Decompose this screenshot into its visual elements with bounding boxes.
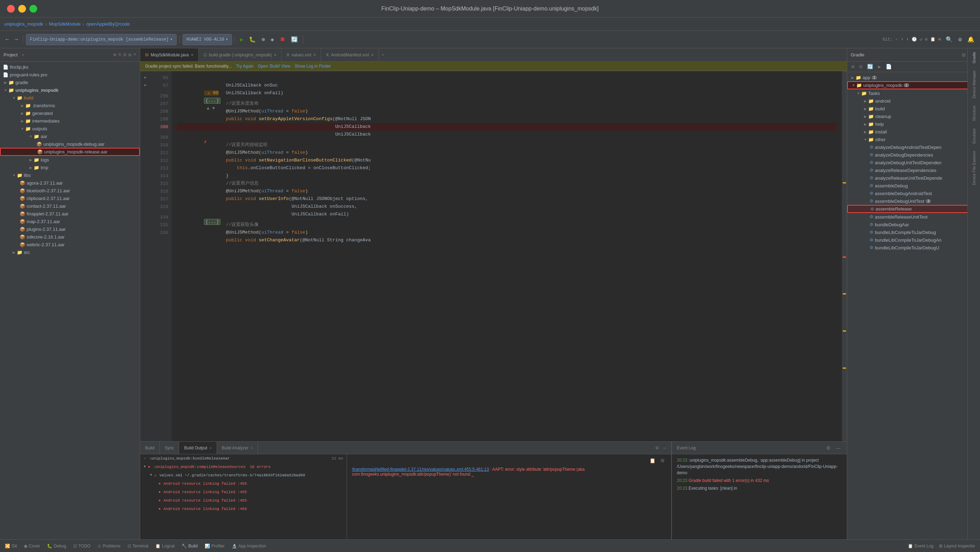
tab-close-icon[interactable]: × bbox=[209, 446, 212, 450]
status-profiler[interactable]: 📊 Profiler bbox=[205, 544, 225, 549]
fold-arrow[interactable]: ▶ bbox=[145, 74, 146, 82]
git-branch-icon[interactable]: ⬆ bbox=[901, 37, 903, 42]
tree-generated[interactable]: ▶ 📁 generated bbox=[0, 109, 140, 117]
gradle-item-app[interactable]: ▶ 📁 app 1 bbox=[847, 73, 980, 81]
tree-logs[interactable]: ▶ 📁 logs bbox=[0, 156, 140, 163]
maximize-button[interactable] bbox=[29, 5, 37, 13]
expand-arrow[interactable]: ▶ bbox=[28, 166, 33, 170]
tree-gradle-folder[interactable]: ▶ 📁 gradle bbox=[0, 78, 140, 86]
tab-mopsdk-java[interactable]: M MopSdkModule.java × bbox=[140, 48, 199, 61]
build-line-err2[interactable]: ● Android resource linking failed :455 bbox=[140, 488, 347, 496]
stop-button[interactable]: ⏹ bbox=[278, 35, 287, 44]
build-line-err1[interactable]: ● Android resource linking failed :455 bbox=[140, 479, 347, 488]
gradle-task-assembleDebugUnit[interactable]: ⚙ assembleDebugUnitTest 3 bbox=[847, 197, 980, 205]
bottom-tab-sync[interactable]: Sync bbox=[160, 442, 180, 454]
build-line-bundle[interactable]: ✓ :uniplugins_mopsdk:bundleReleaseAar 22… bbox=[140, 454, 347, 463]
bottom-tab-build[interactable]: Build bbox=[140, 442, 160, 454]
gradle-task-analyzeReleaseUnit[interactable]: ⚙ analyzeReleaseUnitTestDepende bbox=[847, 174, 980, 182]
code-content[interactable]: UniJSCallback onSuc ⚠ 90 ✓6 ▲ ▼ UniJSCal… bbox=[172, 71, 842, 441]
git-push-icon[interactable]: ⬇ bbox=[906, 37, 908, 42]
sync-button[interactable]: 🔄 bbox=[289, 35, 300, 44]
expand-arrow[interactable]: ▼ bbox=[862, 138, 868, 141]
tab-close-icon[interactable]: × bbox=[313, 52, 316, 57]
tree-finclip-jks[interactable]: 📄 finclip.jks bbox=[0, 63, 140, 71]
status-terminal[interactable]: ⊡ Terminal bbox=[127, 544, 148, 549]
build-line-err3[interactable]: ● Android resource linking failed :455 bbox=[140, 496, 347, 505]
status-debug[interactable]: 🐛 Debug bbox=[47, 544, 66, 549]
tab-close-icon[interactable]: × bbox=[191, 52, 194, 57]
settings-icon[interactable]: ⚙ bbox=[128, 52, 131, 58]
status-git[interactable]: 🔀 Git bbox=[5, 544, 17, 549]
tree-bluetooth[interactable]: 📦 bluetooth-2.37.11.aar bbox=[0, 187, 140, 194]
expand-arrow[interactable]: ▼ bbox=[11, 96, 17, 100]
notifications-button[interactable]: 🔔 bbox=[965, 35, 977, 44]
tab-close-icon[interactable]: × bbox=[371, 52, 374, 57]
search-everywhere-button[interactable]: 🔍 bbox=[943, 35, 955, 44]
gradle-task-bundleLibCompileJarDebugAn[interactable]: ⚙ bundleLibCompileToJarDebugAn bbox=[847, 236, 980, 244]
bottom-tab-build-output[interactable]: Build Output × bbox=[179, 442, 216, 454]
bottom-tab-build-analyzer[interactable]: Build Analyzer × bbox=[217, 442, 258, 454]
tree-contact[interactable]: 📦 contact-2.37.11.aar bbox=[0, 202, 140, 210]
expand-arrow[interactable]: ▶ bbox=[28, 158, 33, 162]
build-line-values[interactable]: ▼ ⚠ values.xml ~/.gradle/caches/transfor… bbox=[140, 471, 347, 479]
tab-close-icon[interactable]: × bbox=[274, 52, 277, 57]
gradle-task-assembleDebug[interactable]: ⚙ assembleDebug bbox=[847, 182, 980, 189]
breadcrumb-item-0[interactable]: uniplugins_mopsdk bbox=[4, 21, 43, 27]
git-annotate-icon[interactable]: 📋 bbox=[930, 37, 935, 42]
nav-back-button[interactable]: ← bbox=[3, 35, 11, 44]
breadcrumb-item-2[interactable]: openAppletByQrcode bbox=[86, 21, 130, 27]
breadcrumb-item-1[interactable]: MopSdkModule bbox=[49, 21, 81, 27]
right-tab-device-file[interactable]: Device File Explorer bbox=[970, 147, 978, 189]
status-todo[interactable]: ☑ TODO bbox=[73, 544, 91, 549]
tab-values-xml[interactable]: X values.xml × bbox=[282, 48, 321, 61]
gradle-task-analyzeRelease[interactable]: ⚙ analyzeReleaseDependencies bbox=[847, 167, 980, 174]
git-check-icon[interactable]: ✓ bbox=[896, 37, 898, 42]
gradle-refresh-icon[interactable]: 🔄 bbox=[866, 63, 875, 70]
collapse-all-icon[interactable]: ≡ bbox=[118, 52, 121, 58]
tree-map[interactable]: 📦 map-2.37.11.aar bbox=[0, 217, 140, 225]
git-more-icon[interactable]: ⚙ bbox=[925, 37, 928, 42]
tree-debug-aar[interactable]: 📦 uniplugins_mopsdk-debug.aar bbox=[0, 140, 140, 148]
tree-finapplet[interactable]: 📦 finapplet-2.37.11.aar bbox=[0, 210, 140, 217]
gradle-task-analyzeDebugUnit[interactable]: ⚙ analyzeDebugUnitTestDependen bbox=[847, 159, 980, 167]
gradle-expand-icon[interactable]: ⊞ bbox=[850, 63, 856, 70]
detail-settings-icon[interactable]: ⚙ bbox=[659, 457, 666, 464]
gradle-task-assembleRelease[interactable]: ⚙ assembleRelease bbox=[847, 205, 980, 213]
device-selector[interactable]: HUAWEI VOG-AL10 ▾ bbox=[183, 34, 232, 45]
hide-icon[interactable]: × bbox=[134, 52, 136, 58]
right-tab-device-manager[interactable]: Device Manager bbox=[970, 67, 978, 102]
copy-icon[interactable]: 📋 bbox=[648, 457, 657, 464]
minimize-button[interactable] bbox=[18, 5, 26, 13]
expand-arrow[interactable]: ▼ bbox=[150, 472, 152, 479]
sidebar-dropdown-icon[interactable]: ▾ bbox=[22, 53, 24, 57]
expand-arrow[interactable]: ▶ bbox=[862, 130, 868, 134]
tree-agora[interactable]: 📦 agora-2.37.11.aar bbox=[0, 179, 140, 187]
tree-libs[interactable]: ▼ 📁 libs bbox=[0, 171, 140, 179]
status-layout-inspector[interactable]: ⊞ Layout Inspector bbox=[939, 544, 975, 549]
gradle-task-assembleDebugAndroid[interactable]: ⚙ assembleDebugAndroidTest bbox=[847, 189, 980, 197]
show-log-link[interactable]: Show Log in Finder bbox=[295, 64, 331, 69]
tree-plugins[interactable]: 📦 plugins-2.37.11.aar bbox=[0, 225, 140, 233]
expand-arrow[interactable]: ▶ bbox=[862, 107, 868, 111]
expand-arrow[interactable]: ▼ bbox=[20, 127, 25, 131]
gradle-item-build-folder[interactable]: ▶ 📁 build bbox=[847, 105, 980, 113]
expand-arrow[interactable]: ▶ bbox=[850, 76, 856, 79]
profile-button[interactable]: ◈ bbox=[269, 35, 276, 44]
gradle-task-assembleReleaseUnit[interactable]: ⚙ assembleReleaseUnitTest bbox=[847, 213, 980, 220]
gradle-item-android[interactable]: ▶ 📁 android bbox=[847, 97, 980, 105]
tree-intermediates[interactable]: ▶ 📁 intermediates bbox=[0, 117, 140, 125]
gradle-item-tasks[interactable]: ▼ 📁 Tasks bbox=[847, 89, 980, 97]
debug-button[interactable]: 🐛 bbox=[247, 35, 258, 44]
settings-button[interactable]: ⚙ bbox=[956, 35, 964, 44]
tree-clipboard[interactable]: 📦 clipboard-2.37.11.aar bbox=[0, 194, 140, 202]
tree-outputs[interactable]: ▼ 📁 outputs bbox=[0, 125, 140, 132]
fold-arrow[interactable]: ▶ bbox=[145, 82, 146, 89]
tab-overflow[interactable]: ▾ bbox=[379, 48, 387, 61]
status-cover[interactable]: ◉ Cover bbox=[24, 544, 40, 549]
git-history-icon[interactable]: 🕐 bbox=[912, 37, 917, 42]
expand-arrow[interactable]: ▼ bbox=[144, 463, 146, 470]
git-revert-icon[interactable]: ↺ bbox=[920, 37, 922, 42]
gradle-item-uniplugins[interactable]: ▼ 📁 uniplugins_mopsdk 2 bbox=[847, 81, 980, 89]
right-tab-gradle[interactable]: Gradle bbox=[970, 48, 978, 67]
status-app-inspection[interactable]: 🔬 App Inspection bbox=[232, 544, 266, 549]
